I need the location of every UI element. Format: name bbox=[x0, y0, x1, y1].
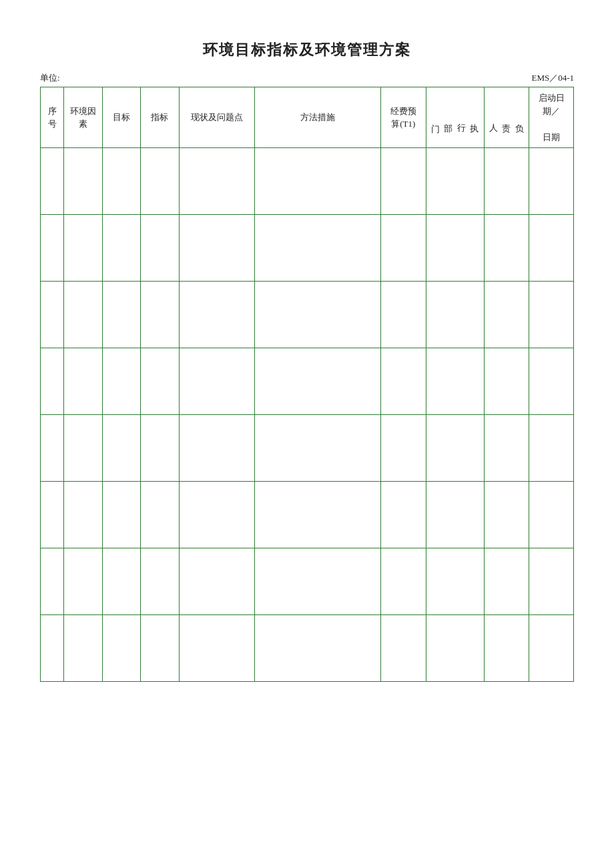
col-header-person: 负 责 人 bbox=[484, 87, 529, 148]
table-header: 序 号 环境因 素 目标 指标 现状及问题点 方法措施 经费预 算(T1) 执 … bbox=[41, 87, 574, 148]
cell-cost bbox=[380, 348, 426, 415]
cell-seq bbox=[41, 615, 64, 682]
cell-index bbox=[141, 348, 180, 415]
cell-date bbox=[529, 615, 574, 682]
cell-goal bbox=[102, 415, 141, 482]
cell-dept bbox=[426, 148, 484, 215]
col-header-dept: 执 行 部 门 bbox=[426, 87, 484, 148]
cell-index bbox=[141, 482, 180, 548]
unit-label: 单位: bbox=[40, 72, 60, 84]
cell-cost bbox=[380, 615, 426, 682]
cell-env bbox=[64, 348, 103, 415]
cell-method bbox=[255, 548, 381, 615]
cell-person bbox=[484, 615, 529, 682]
col-header-status: 现状及问题点 bbox=[179, 87, 255, 148]
cell-date bbox=[529, 148, 574, 215]
cell-goal bbox=[102, 282, 141, 348]
cell-dept bbox=[426, 482, 484, 548]
table-row bbox=[41, 148, 574, 215]
cell-index bbox=[141, 548, 180, 615]
cell-method bbox=[255, 215, 381, 282]
cell-method bbox=[255, 148, 381, 215]
cell-date bbox=[529, 348, 574, 415]
cell-status bbox=[179, 215, 255, 282]
cell-seq bbox=[41, 282, 64, 348]
cell-seq bbox=[41, 415, 64, 482]
cell-index bbox=[141, 282, 180, 348]
cell-seq bbox=[41, 548, 64, 615]
cell-method bbox=[255, 282, 381, 348]
cell-cost bbox=[380, 148, 426, 215]
cell-index bbox=[141, 415, 180, 482]
cell-index bbox=[141, 148, 180, 215]
cell-method bbox=[255, 615, 381, 682]
cell-status bbox=[179, 282, 255, 348]
page-title: 环境目标指标及环境管理方案 bbox=[40, 40, 574, 60]
table-row bbox=[41, 215, 574, 282]
cell-cost bbox=[380, 215, 426, 282]
cell-env bbox=[64, 215, 103, 282]
cell-env bbox=[64, 482, 103, 548]
cell-env bbox=[64, 148, 103, 215]
cell-method bbox=[255, 415, 381, 482]
col-header-index: 指标 bbox=[141, 87, 180, 148]
cell-person bbox=[484, 348, 529, 415]
cell-dept bbox=[426, 348, 484, 415]
col-header-env: 环境因 素 bbox=[64, 87, 103, 148]
cell-dept bbox=[426, 548, 484, 615]
cell-cost bbox=[380, 482, 426, 548]
cell-date bbox=[529, 482, 574, 548]
cell-status bbox=[179, 548, 255, 615]
cell-dept bbox=[426, 282, 484, 348]
cell-env bbox=[64, 282, 103, 348]
col-header-date: 启动日 期／ 日期 bbox=[529, 87, 574, 148]
cell-status bbox=[179, 482, 255, 548]
col-header-seq: 序 号 bbox=[41, 87, 64, 148]
cell-method bbox=[255, 482, 381, 548]
cell-goal bbox=[102, 215, 141, 282]
table-row bbox=[41, 282, 574, 348]
doc-number: EMS／04-1 bbox=[531, 72, 574, 84]
cell-cost bbox=[380, 282, 426, 348]
table-row bbox=[41, 615, 574, 682]
cell-person bbox=[484, 548, 529, 615]
cell-date bbox=[529, 548, 574, 615]
cell-goal bbox=[102, 548, 141, 615]
cell-index bbox=[141, 215, 180, 282]
col-header-cost: 经费预 算(T1) bbox=[380, 87, 426, 148]
cell-goal bbox=[102, 615, 141, 682]
cell-env bbox=[64, 615, 103, 682]
cell-status bbox=[179, 415, 255, 482]
cell-env bbox=[64, 415, 103, 482]
table-body bbox=[41, 148, 574, 682]
table-row bbox=[41, 482, 574, 548]
cell-status bbox=[179, 615, 255, 682]
cell-date bbox=[529, 282, 574, 348]
table-row bbox=[41, 348, 574, 415]
cell-dept bbox=[426, 415, 484, 482]
cell-method bbox=[255, 348, 381, 415]
cell-seq bbox=[41, 348, 64, 415]
cell-env bbox=[64, 548, 103, 615]
cell-dept bbox=[426, 215, 484, 282]
cell-person bbox=[484, 215, 529, 282]
cell-person bbox=[484, 282, 529, 348]
col-header-method: 方法措施 bbox=[255, 87, 381, 148]
cell-seq bbox=[41, 482, 64, 548]
cell-index bbox=[141, 615, 180, 682]
cell-goal bbox=[102, 348, 141, 415]
main-table: 序 号 环境因 素 目标 指标 现状及问题点 方法措施 经费预 算(T1) 执 … bbox=[40, 87, 574, 682]
cell-cost bbox=[380, 415, 426, 482]
cell-date bbox=[529, 215, 574, 282]
cell-status bbox=[179, 148, 255, 215]
meta-row: 单位: EMS／04-1 bbox=[40, 72, 574, 84]
cell-date bbox=[529, 415, 574, 482]
cell-person bbox=[484, 415, 529, 482]
cell-person bbox=[484, 148, 529, 215]
cell-cost bbox=[380, 548, 426, 615]
col-header-goal: 目标 bbox=[102, 87, 141, 148]
cell-seq bbox=[41, 148, 64, 215]
cell-status bbox=[179, 348, 255, 415]
cell-goal bbox=[102, 482, 141, 548]
cell-goal bbox=[102, 148, 141, 215]
